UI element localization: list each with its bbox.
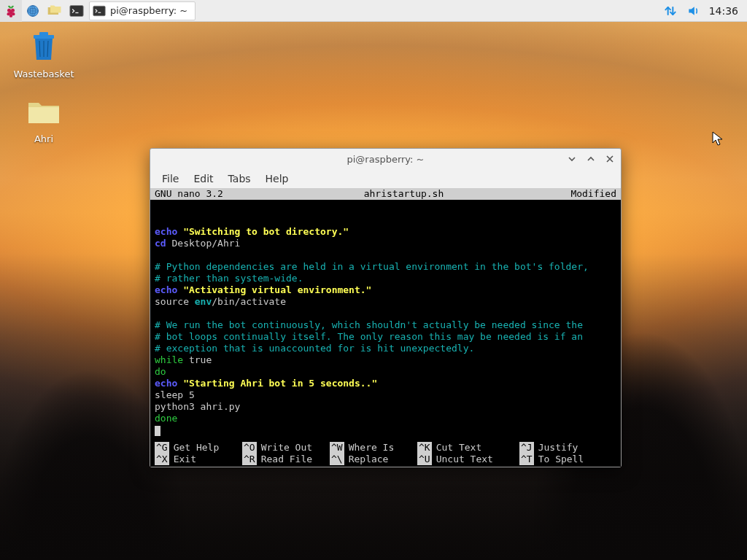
mouse-cursor	[712, 131, 724, 147]
svg-rect-17	[39, 32, 48, 36]
menu-button[interactable]	[0, 0, 22, 22]
nano-shortcut: ^XExit	[155, 454, 242, 465]
sh-text: Desktop/Ahri	[166, 238, 241, 249]
sh-keyword: while	[155, 354, 183, 365]
nano-shortcut: ^JJustify	[519, 442, 607, 454]
sh-var: env	[195, 296, 212, 307]
file-manager-launcher[interactable]	[44, 0, 66, 22]
nano-shortcut: ^TTo Spell	[519, 454, 607, 465]
sh-keyword: done	[155, 413, 177, 424]
raspberry-icon	[4, 4, 18, 18]
network-updown-icon	[663, 4, 678, 18]
menu-file[interactable]: File	[156, 171, 185, 186]
maximize-button[interactable]	[584, 152, 597, 166]
nano-shortcut: ^RRead File	[242, 454, 330, 465]
nano-footer: ^GGet Help ^OWrite Out ^WWhere Is ^KCut …	[150, 442, 621, 467]
sh-string: "Switching to bot directory."	[177, 226, 349, 237]
sh-text: source	[155, 296, 195, 307]
nano-footer-row: ^XExit ^RRead File ^\Replace ^UUncut Tex…	[155, 454, 616, 465]
trash-icon	[26, 29, 61, 64]
sh-comment: # rather than system-wide.	[155, 273, 303, 284]
nano-shortcut: ^WWhere Is	[330, 442, 417, 454]
nano-cursor	[155, 426, 160, 436]
terminal-menubar: File Edit Tabs Help	[150, 169, 621, 188]
window-title: pi@raspberry: ~	[150, 154, 621, 165]
nano-body[interactable]: echo "Switching to bot directory." cd De…	[150, 200, 621, 448]
system-tray: 14:36	[662, 3, 747, 19]
sh-comment: # exception that is unaccounted for is h…	[155, 343, 474, 354]
nano-header: GNU nano 3.2 ahristartup.sh Modified	[150, 188, 621, 200]
svg-rect-12	[70, 5, 83, 16]
sh-text: python3 ahri.py	[155, 401, 240, 412]
nano-shortcut: ^GGet Help	[155, 442, 242, 454]
nano-version: GNU nano 3.2	[155, 188, 271, 200]
taskbar-window-label: pi@raspberry: ~	[110, 5, 187, 16]
sh-string: "Starting Ahri bot in 5 seconds.."	[177, 378, 377, 389]
folder-ahri-icon[interactable]: Ahri	[7, 94, 80, 144]
nano-shortcut: ^UUncut Text	[417, 454, 519, 465]
chevron-down-icon	[568, 155, 576, 163]
menu-help[interactable]: Help	[260, 171, 295, 186]
sh-text: true	[183, 354, 212, 365]
nano-status: Modified	[536, 188, 616, 200]
taskbar: pi@raspberry: ~ 14:36	[0, 0, 747, 22]
window-controls	[565, 152, 616, 166]
sh-keyword: echo	[155, 378, 177, 389]
folders-icon	[47, 4, 63, 18]
sh-comment: # We run the bot continuously, which sho…	[155, 319, 583, 330]
globe-icon	[26, 4, 40, 18]
minimize-button[interactable]	[565, 152, 578, 166]
menu-edit[interactable]: Edit	[187, 171, 219, 186]
taskbar-clock[interactable]: 14:36	[709, 5, 738, 17]
sh-keyword: echo	[155, 226, 177, 237]
terminal-icon	[69, 4, 84, 18]
terminal-viewport[interactable]: GNU nano 3.2 ahristartup.sh Modified ech…	[150, 188, 621, 467]
sh-comment: # bot loops continually itself. The only…	[155, 331, 583, 342]
folder-icon	[26, 94, 61, 129]
close-button[interactable]	[603, 152, 616, 166]
sh-text: /bin/activate	[212, 296, 286, 307]
taskbar-launchers	[0, 0, 88, 21]
desktop-icon-label: Ahri	[7, 133, 80, 144]
chevron-up-icon	[587, 155, 595, 163]
svg-point-5	[9, 14, 12, 17]
sh-text: sleep 5	[155, 389, 195, 400]
terminal-launcher[interactable]	[66, 0, 88, 22]
sh-keyword: echo	[155, 284, 177, 295]
sh-keyword: do	[155, 366, 166, 377]
sh-comment: # Python dependencies are held in a virt…	[155, 261, 589, 272]
volume-icon	[686, 4, 701, 18]
taskbar-window-button[interactable]: pi@raspberry: ~	[89, 1, 196, 20]
desktop-icons: Wastebasket Ahri	[7, 29, 80, 159]
nano-filename: ahristartup.sh	[271, 188, 536, 200]
terminal-icon	[93, 5, 106, 17]
svg-rect-14	[93, 6, 106, 16]
nano-shortcut: ^\Replace	[330, 454, 417, 465]
sh-keyword: cd	[155, 238, 166, 249]
nano-shortcut: ^OWrite Out	[242, 442, 330, 454]
nano-shortcut: ^KCut Text	[417, 442, 519, 454]
web-browser-launcher[interactable]	[22, 0, 44, 22]
close-icon	[605, 155, 614, 163]
volume-indicator[interactable]	[686, 3, 702, 19]
wastebasket-icon[interactable]: Wastebasket	[7, 29, 80, 79]
network-indicator[interactable]	[662, 3, 678, 19]
desktop-icon-label: Wastebasket	[7, 69, 80, 79]
terminal-window: pi@raspberry: ~ File Edit Tabs Help GNU …	[150, 148, 622, 467]
sh-string: "Activating virtual environment."	[177, 284, 371, 295]
nano-footer-row: ^GGet Help ^OWrite Out ^WWhere Is ^KCut …	[155, 442, 616, 454]
menu-tabs[interactable]: Tabs	[222, 171, 257, 186]
window-titlebar[interactable]: pi@raspberry: ~	[150, 149, 621, 169]
